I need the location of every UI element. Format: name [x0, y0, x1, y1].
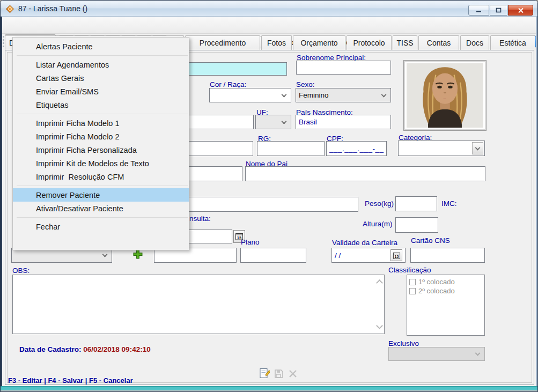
save-icon	[274, 368, 284, 379]
data-cadastro-label: Data de Cadastro:	[19, 345, 82, 353]
tab-contas[interactable]: Contas	[418, 35, 459, 50]
chevron-down-icon[interactable]	[282, 92, 287, 97]
cartao-cns-field[interactable]	[410, 248, 485, 263]
menu-item-label: Etiquetas	[36, 101, 68, 109]
menu-item-listar-agendamentos[interactable]: Listar Agendamentos	[13, 58, 189, 71]
chevron-down-icon	[475, 351, 481, 356]
validade-label: Validade da Carteira	[332, 239, 397, 247]
validade-calendar-button[interactable]: 15	[390, 249, 402, 261]
sexo-label: Sexo:	[296, 80, 315, 88]
dropdown-button[interactable]	[472, 142, 483, 154]
function-key-hints: F3 - Editar | F4 - Salvar | F5 - Cancela…	[8, 376, 133, 384]
rg-field[interactable]	[257, 141, 325, 156]
menu-item-label: Imprimir Ficha Modelo 2	[36, 132, 120, 141]
edit-record-button[interactable]	[259, 367, 270, 382]
close-button[interactable]	[508, 5, 533, 16]
menu-item-label: Fechar	[36, 223, 60, 231]
maximize-button[interactable]	[490, 5, 507, 16]
menu-item-ativar-desativar-paciente[interactable]: Ativar/Desativar Paciente	[13, 202, 189, 215]
tab-protocolo[interactable]: Protocolo	[347, 35, 392, 50]
title-bar: 87 - Larissa Tuane ()	[1, 1, 537, 17]
menu-item-label: Remover Paciente	[36, 191, 100, 199]
tab-procedimento[interactable]: Procedimento	[185, 35, 260, 50]
categoria-dropdown[interactable]	[398, 140, 485, 156]
minimize-button[interactable]	[468, 5, 489, 16]
sexo-value: Feminino	[299, 91, 329, 99]
app-diamond-icon	[5, 4, 14, 13]
menu-item-label: Cartas Gerais	[36, 74, 84, 83]
checkbox-icon[interactable]	[409, 279, 416, 285]
calendar-icon: 15	[393, 252, 401, 260]
menu-item-etiquetas[interactable]: Etiquetas	[13, 98, 189, 112]
uf-dropdown[interactable]	[255, 115, 291, 129]
menu-item-label: Alertas Paciente	[36, 42, 93, 51]
classificacao-listbox[interactable]: 1º colocado 2º colocado	[407, 275, 485, 336]
menu-item-enviar-email-sms[interactable]: Enviar Email/SMS	[13, 85, 189, 98]
data-cadastro-value: 06/02/2018 09:42:10	[83, 345, 150, 353]
cpf-field[interactable]: ___.___.___-__	[326, 141, 387, 156]
chevron-down-icon[interactable]	[102, 252, 108, 257]
tab-estetica[interactable]: Estética	[490, 35, 535, 50]
tab-tiss[interactable]: TISS	[393, 35, 417, 50]
window-right-border	[536, 17, 537, 386]
pais-field[interactable]: Brasil	[296, 115, 391, 129]
ultima-consulta-label-fragment: nsulta:	[189, 215, 211, 223]
menu-item-label: Enviar Email/SMS	[36, 87, 99, 96]
plano-label: Plano	[241, 238, 260, 246]
edit-note-icon	[259, 367, 270, 380]
classificacao-option-1-label: 1º colocado	[418, 278, 455, 286]
nome-pai-field[interactable]	[245, 166, 485, 181]
obs-label: OBS:	[12, 267, 30, 275]
classificacao-option-2[interactable]: 2º colocado	[409, 286, 484, 295]
chevron-down-icon[interactable]	[381, 92, 387, 97]
menu-item-imprimir-ficha-modelo-2[interactable]: Imprimir Ficha Modelo 2	[13, 130, 189, 143]
menu-separator	[17, 217, 188, 218]
cor-raca-dropdown[interactable]	[209, 88, 291, 102]
cancel-x-icon	[288, 368, 298, 379]
exclusivo-label: Exclusivo	[388, 339, 419, 347]
chevron-down-icon[interactable]	[282, 119, 287, 124]
tab-docs[interactable]: Docs	[460, 35, 489, 50]
classificacao-option-2-label: 2º colocado	[418, 287, 455, 295]
cancel-button[interactable]	[288, 368, 298, 381]
peso-field[interactable]	[395, 196, 437, 211]
save-record-button[interactable]	[274, 368, 284, 381]
window-title: 87 - Larissa Tuane ()	[18, 4, 87, 13]
menu-item-fechar[interactable]: Fechar	[13, 220, 189, 233]
obs-textarea[interactable]	[12, 275, 385, 334]
data-cadastro: Data de Cadastro: 06/02/2018 09:42:10	[19, 345, 151, 353]
tab-orcamento[interactable]: Orçamento	[293, 35, 345, 50]
cartao-cns-label: Cartão CNS	[411, 236, 450, 245]
sexo-dropdown[interactable]: Feminino	[296, 88, 391, 102]
altura-field[interactable]	[395, 217, 438, 233]
peso-label: Peso(kg)	[365, 199, 394, 208]
checkbox-icon[interactable]	[409, 288, 416, 294]
altura-label: Altura(m)	[363, 220, 393, 228]
menu-separator	[17, 186, 188, 186]
menu-item-label: Imprimir Ficha Personalizada	[36, 146, 137, 154]
exclusivo-dropdown[interactable]	[388, 347, 485, 361]
menu-item-imprimir-kit-modelos-texto[interactable]: Imprimir Kit de Modelos de Texto	[13, 157, 189, 170]
add-convenio-button[interactable]	[132, 249, 143, 262]
tab-fotos[interactable]: Fotos	[261, 35, 292, 50]
scroll-up-icon[interactable]	[376, 279, 383, 286]
menu-item-cartas-gerais[interactable]: Cartas Gerais	[13, 71, 189, 85]
close-icon	[518, 8, 524, 13]
patient-photo[interactable]	[404, 61, 486, 130]
classificacao-label: Classificação	[388, 266, 431, 274]
options-menu-popup: Alertas Paciente Listar Agendamentos Car…	[12, 37, 189, 250]
menu-item-alertas-paciente[interactable]: Alertas Paciente	[13, 40, 189, 53]
classificacao-option-1[interactable]: 1º colocado	[409, 277, 484, 286]
maximize-icon	[496, 8, 502, 13]
menu-separator	[17, 114, 188, 114]
menu-item-imprimir-resolucao-cfm[interactable]: Imprimir Resolução CFM	[13, 170, 189, 183]
menu-item-imprimir-ficha-modelo-1[interactable]: Imprimir Ficha Modelo 1	[13, 116, 189, 130]
toolbar-grip[interactable]	[3, 36, 4, 47]
sobrenome-field[interactable]	[296, 61, 391, 75]
menu-item-remover-paciente[interactable]: Remover Paciente	[13, 188, 189, 202]
menu-item-imprimir-ficha-personalizada[interactable]: Imprimir Ficha Personalizada	[13, 143, 189, 157]
scroll-down-icon[interactable]	[376, 322, 383, 329]
imc-label: IMC:	[441, 199, 457, 208]
svg-text:15: 15	[394, 254, 399, 258]
plano-field[interactable]	[240, 248, 306, 263]
